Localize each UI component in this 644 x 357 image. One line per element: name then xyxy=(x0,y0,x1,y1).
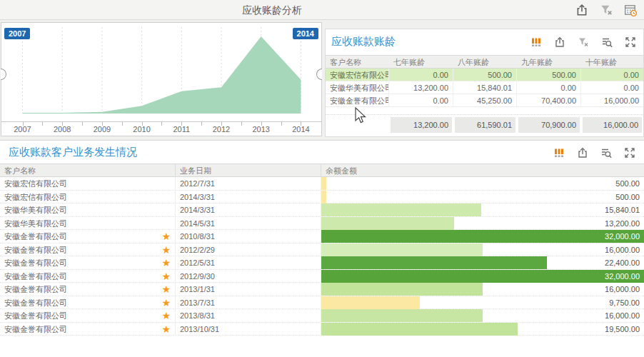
total-value: 13,200.00 xyxy=(391,117,452,133)
star-icon[interactable]: ★ xyxy=(161,258,171,268)
customer-name: 安徽华美有限公司 xyxy=(0,217,176,230)
aging-table-body: 安徽宏信有限公司0.00500.00500.000.00安徽华美有限公司13,2… xyxy=(326,69,643,107)
table-row[interactable]: 安徽华美有限公司2014/5/3113,200.00 xyxy=(0,217,644,231)
star-icon[interactable]: ★ xyxy=(161,231,171,241)
table-row[interactable]: 安徽宏信有限公司2014/3/31500.00 xyxy=(0,191,644,204)
axis-tick xyxy=(82,122,83,126)
aging-table-spacer xyxy=(326,107,643,115)
column-header[interactable]: 八年账龄 xyxy=(453,56,517,68)
amount-value: 15,840.01 xyxy=(605,203,640,216)
total-value: 70,900.00 xyxy=(518,117,580,133)
column-header[interactable]: 九年账龄 xyxy=(517,56,581,68)
expand-icon[interactable] xyxy=(625,36,638,49)
table-row[interactable]: 安徽金誉有限公司★2012/9/3032,000.00 xyxy=(0,270,644,283)
table-row[interactable]: 安徽宏信有限公司0.00500.00500.000.00 xyxy=(326,69,643,81)
customer-name: 安徽金誉有限公司★ xyxy=(0,243,176,256)
aging-value: 16,000.00 xyxy=(581,94,643,106)
amount-bar-cell: 22,400.00 xyxy=(321,256,644,269)
table-row[interactable]: 安徽金誉有限公司★2010/8/3132,000.00 xyxy=(0,230,644,243)
business-date: 2010/8/31 xyxy=(176,230,321,243)
table-row[interactable]: 安徽宏信有限公司2012/7/31500.00 xyxy=(0,177,644,191)
table-row[interactable]: 安徽华美有限公司2014/3/3115,840.01 xyxy=(0,203,644,217)
column-header[interactable]: 客户名称 xyxy=(0,164,176,178)
star-icon[interactable]: ★ xyxy=(161,324,171,334)
business-date: 2013/10/31 xyxy=(176,323,321,336)
business-date: 2013/7/31 xyxy=(176,296,321,309)
axis-tick-label: 2007 xyxy=(9,125,37,134)
amount-bar xyxy=(321,323,518,336)
aging-value: 500.00 xyxy=(453,69,517,81)
find-icon[interactable] xyxy=(600,147,613,160)
business-date: 2014/3/31 xyxy=(176,191,321,203)
star-icon[interactable]: ★ xyxy=(161,311,171,321)
table-row[interactable]: 安徽金誉有限公司★2013/8/3116,000.00 xyxy=(0,309,644,323)
axis-tick xyxy=(221,122,222,126)
find-icon[interactable] xyxy=(601,36,614,49)
table-row[interactable]: 安徽金誉有限公司★2012/5/3122,400.00 xyxy=(0,256,644,270)
column-header[interactable]: 客户名称 xyxy=(326,56,389,68)
axis-tick xyxy=(181,122,182,126)
export-icon[interactable] xyxy=(575,4,588,16)
amount-bar-cell: 9,750.00 xyxy=(321,296,644,309)
star-icon[interactable]: ★ xyxy=(161,298,171,308)
amount-value: 500.00 xyxy=(615,191,640,203)
table-row[interactable]: 安徽华美有限公司13,200.0015,840.010.000.00 xyxy=(326,81,643,94)
amount-bar xyxy=(321,177,326,190)
clear-filter-icon[interactable] xyxy=(578,36,590,49)
axis-tick-label: 2012 xyxy=(207,125,236,134)
amount-bar xyxy=(321,270,644,283)
export-icon[interactable] xyxy=(577,147,590,160)
customer-name: 安徽宏信有限公司 xyxy=(0,191,176,203)
business-date: 2013/8/31 xyxy=(176,309,321,322)
customer-name: 安徽金誉有限公司 xyxy=(326,94,389,106)
amount-bar-cell: 32,000.00 xyxy=(321,270,644,283)
customer-name: 安徽金誉有限公司★ xyxy=(0,283,176,296)
column-header[interactable]: 业务日期 xyxy=(176,164,321,178)
table-row[interactable]: 安徽金誉有限公司★2013/1/3116,000.00 xyxy=(0,283,644,296)
aging-table-header[interactable]: 客户名称 七年账龄 八年账龄 九年账龄 十年账龄 xyxy=(326,55,643,69)
column-header[interactable]: 七年账龄 xyxy=(389,56,453,68)
business-table-header[interactable]: 客户名称 业务日期 余额金额 xyxy=(0,164,644,177)
range-end-badge[interactable]: 2014 xyxy=(293,28,318,39)
column-header[interactable]: 余额金额 xyxy=(321,164,644,178)
star-icon[interactable]: ★ xyxy=(161,284,171,294)
table-row[interactable]: 安徽金誉有限公司0.0045,250.0070,400.0016,000.00 xyxy=(326,94,643,107)
axis-tick xyxy=(122,122,123,126)
columns-icon[interactable] xyxy=(553,147,566,160)
amount-bar xyxy=(321,243,483,256)
expand-icon[interactable] xyxy=(624,147,637,160)
table-row[interactable]: 安徽金誉有限公司★2012/2/2916,000.00 xyxy=(0,243,644,257)
area-chart[interactable] xyxy=(1,23,321,121)
axis-tick xyxy=(241,122,242,126)
axis-tick xyxy=(281,122,282,126)
table-row[interactable]: 安徽金誉有限公司★2013/10/3119,500.00 xyxy=(0,323,644,336)
amount-value: 9,750.00 xyxy=(609,296,640,309)
columns-icon[interactable] xyxy=(530,36,543,49)
business-panel: 应收账款客户业务发生情况 客户名称 业务日期 余额金额 安徽宏信有限公司2012… xyxy=(0,140,644,357)
aging-value: 0.00 xyxy=(389,69,453,81)
aging-value: 500.00 xyxy=(517,69,581,81)
business-date: 2014/3/31 xyxy=(176,203,321,216)
table-row[interactable]: 安徽金誉有限公司★2013/7/319,750.00 xyxy=(0,296,644,310)
customer-name: 安徽金誉有限公司★ xyxy=(0,230,176,243)
customer-name: 安徽金誉有限公司★ xyxy=(0,323,176,336)
aging-value: 13,200.00 xyxy=(389,81,453,94)
amount-value: 32,000.00 xyxy=(605,230,640,243)
amount-bar-cell: 500.00 xyxy=(321,177,644,190)
star-icon[interactable]: ★ xyxy=(161,245,171,255)
business-date: 2012/9/30 xyxy=(176,270,321,283)
column-header[interactable]: 十年账龄 xyxy=(581,56,643,68)
amount-bar xyxy=(321,217,454,230)
star-icon[interactable]: ★ xyxy=(161,271,171,281)
total-value: 16,000.00 xyxy=(583,117,642,133)
calendar-clock-icon[interactable] xyxy=(624,4,637,16)
aging-value: 0.00 xyxy=(517,81,581,94)
amount-bar-cell: 19,500.00 xyxy=(321,323,644,336)
axis-tick xyxy=(201,122,202,126)
amount-bar-cell: 16,000.00 xyxy=(321,243,644,256)
range-start-badge[interactable]: 2007 xyxy=(4,28,30,39)
axis-tick-label: 2011 xyxy=(167,125,196,134)
export-icon[interactable] xyxy=(554,36,567,49)
chart-x-axis: 20072008200920102011201220132014 xyxy=(1,121,321,136)
clear-filter-icon[interactable] xyxy=(600,4,613,16)
